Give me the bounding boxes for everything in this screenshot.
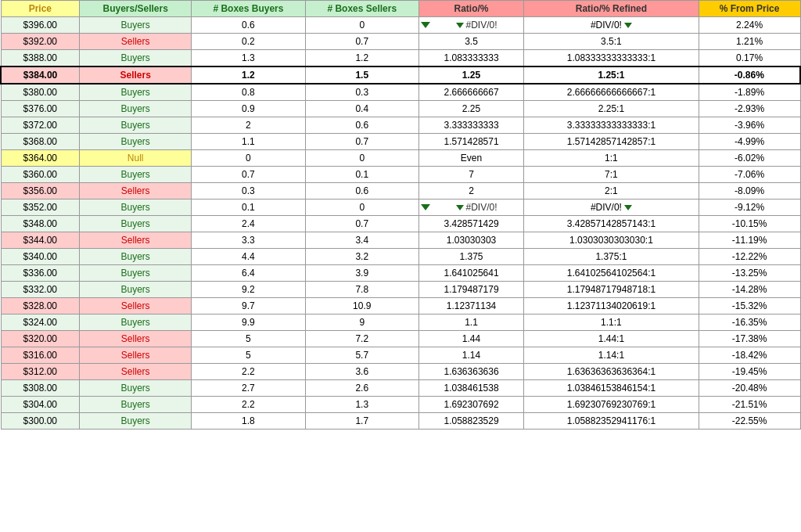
table-row: $316.00Sellers55.71.141.14:1-18.42% xyxy=(1,347,800,364)
ratio-cell: 2 xyxy=(418,183,523,200)
boxes-sellers-cell: 1.3 xyxy=(305,397,418,413)
boxes-buyers-cell: 4.4 xyxy=(192,249,305,265)
price-cell: $308.00 xyxy=(1,380,80,397)
from-price-cell: -21.51% xyxy=(699,397,800,413)
type-cell: Buyers xyxy=(80,380,192,397)
header-row: Price Buyers/Sellers # Boxes Buyers # Bo… xyxy=(1,1,800,17)
type-cell: Sellers xyxy=(80,232,192,249)
ratio-refined-cell: 1.03846153846154:1 xyxy=(524,380,699,397)
ratio-cell: 2.666666667 xyxy=(418,84,523,101)
boxes-sellers-cell: 0.1 xyxy=(305,167,418,183)
header-price: Price xyxy=(1,1,80,17)
ratio-cell: 1.692307692 xyxy=(418,397,523,413)
price-cell: $392.00 xyxy=(1,34,80,50)
from-price-cell: -7.06% xyxy=(699,167,800,183)
header-ratio-refined: Ratio/% Refined xyxy=(524,1,699,17)
type-cell: Buyers xyxy=(80,282,192,298)
ratio-cell: 1.058823529 xyxy=(418,413,523,430)
ratio-cell: 1.641025641 xyxy=(418,265,523,282)
price-cell: $348.00 xyxy=(1,216,80,232)
ratio-refined-cell: 1.25:1 xyxy=(524,66,699,84)
price-cell: $304.00 xyxy=(1,397,80,413)
table-row: $396.00Buyers0.60#DIV/0!#DIV/0!2.24% xyxy=(1,17,800,34)
boxes-sellers-cell: 7.8 xyxy=(305,282,418,298)
boxes-buyers-cell: 3.3 xyxy=(192,232,305,249)
from-price-cell: 1.21% xyxy=(699,34,800,50)
boxes-sellers-cell: 2.6 xyxy=(305,380,418,397)
type-cell: Buyers xyxy=(80,101,192,117)
table-row: $360.00Buyers0.70.177:1-7.06% xyxy=(1,167,800,183)
price-cell: $396.00 xyxy=(1,17,80,34)
boxes-sellers-cell: 1.7 xyxy=(305,413,418,430)
ratio-refined-cell: 3.5:1 xyxy=(524,34,699,50)
type-cell: Buyers xyxy=(80,413,192,430)
price-cell: $352.00 xyxy=(1,200,80,216)
from-price-cell: -18.42% xyxy=(699,347,800,364)
from-price-cell: -22.55% xyxy=(699,413,800,430)
ratio-refined-cell: #DIV/0! xyxy=(524,200,699,216)
boxes-sellers-cell: 0.6 xyxy=(305,183,418,200)
price-cell: $316.00 xyxy=(1,347,80,364)
ratio-cell: 1.03030303 xyxy=(418,232,523,249)
header-boxes-sellers: # Boxes Sellers xyxy=(305,1,418,17)
ratio-refined-cell: 1.44:1 xyxy=(524,331,699,347)
ratio-refined-cell: 1.08333333333333:1 xyxy=(524,50,699,67)
boxes-sellers-cell: 0.7 xyxy=(305,134,418,150)
price-cell: $320.00 xyxy=(1,331,80,347)
table-row: $392.00Sellers0.20.73.53.5:11.21% xyxy=(1,34,800,50)
from-price-cell: -1.89% xyxy=(699,84,800,101)
ratio-cell: 1.375 xyxy=(418,249,523,265)
ratio-cell: 1.571428571 xyxy=(418,134,523,150)
from-price-cell: -12.22% xyxy=(699,249,800,265)
boxes-buyers-cell: 2 xyxy=(192,117,305,134)
ratio-refined-cell: 2.25:1 xyxy=(524,101,699,117)
ratio-refined-cell: 1.0303030303030:1 xyxy=(524,232,699,249)
from-price-cell: -3.96% xyxy=(699,117,800,134)
boxes-buyers-cell: 9.2 xyxy=(192,282,305,298)
boxes-buyers-cell: 1.3 xyxy=(192,50,305,67)
price-cell: $344.00 xyxy=(1,232,80,249)
type-cell: Sellers xyxy=(80,347,192,364)
ratio-refined-cell: 1.05882352941176:1 xyxy=(524,413,699,430)
boxes-sellers-cell: 0 xyxy=(305,17,418,34)
from-price-cell: -14.28% xyxy=(699,282,800,298)
boxes-buyers-cell: 5 xyxy=(192,331,305,347)
header-buyers-sellers: Buyers/Sellers xyxy=(80,1,192,17)
ratio-refined-cell: 2.66666666666667:1 xyxy=(524,84,699,101)
boxes-buyers-cell: 2.7 xyxy=(192,380,305,397)
main-table-container: Price Buyers/Sellers # Boxes Buyers # Bo… xyxy=(0,0,801,430)
boxes-buyers-cell: 0.3 xyxy=(192,183,305,200)
from-price-cell: -4.99% xyxy=(699,134,800,150)
ratio-refined-cell: 1.17948717948718:1 xyxy=(524,282,699,298)
table-row: $340.00Buyers4.43.21.3751.375:1-12.22% xyxy=(1,249,800,265)
ratio-refined-cell: 7:1 xyxy=(524,167,699,183)
table-row: $312.00Sellers2.23.61.6363636361.6363636… xyxy=(1,364,800,380)
table-row: $376.00Buyers0.90.42.252.25:1-2.93% xyxy=(1,101,800,117)
from-price-cell: 2.24% xyxy=(699,17,800,34)
ratio-refined-cell: 1.64102564102564:1 xyxy=(524,265,699,282)
from-price-cell: -17.38% xyxy=(699,331,800,347)
boxes-buyers-cell: 0.9 xyxy=(192,101,305,117)
boxes-buyers-cell: 6.4 xyxy=(192,265,305,282)
boxes-sellers-cell: 3.2 xyxy=(305,249,418,265)
table-row: $388.00Buyers1.31.21.0833333331.08333333… xyxy=(1,50,800,67)
from-price-cell: -20.48% xyxy=(699,380,800,397)
boxes-sellers-cell: 0.3 xyxy=(305,84,418,101)
from-price-cell: -15.32% xyxy=(699,298,800,315)
boxes-buyers-cell: 0 xyxy=(192,150,305,167)
ratio-cell: 3.428571429 xyxy=(418,216,523,232)
from-price-cell: -9.12% xyxy=(699,200,800,216)
ratio-refined-cell: 1.14:1 xyxy=(524,347,699,364)
price-cell: $360.00 xyxy=(1,167,80,183)
type-cell: Sellers xyxy=(80,298,192,315)
table-row: $352.00Buyers0.10#DIV/0!#DIV/0!-9.12% xyxy=(1,200,800,216)
ratio-cell: 3.5 xyxy=(418,34,523,50)
from-price-cell: -6.02% xyxy=(699,150,800,167)
boxes-buyers-cell: 1.2 xyxy=(192,66,305,84)
price-cell: $356.00 xyxy=(1,183,80,200)
table-row: $320.00Sellers57.21.441.44:1-17.38% xyxy=(1,331,800,347)
type-cell: Buyers xyxy=(80,249,192,265)
boxes-sellers-cell: 9 xyxy=(305,315,418,331)
boxes-sellers-cell: 0.7 xyxy=(305,216,418,232)
price-cell: $368.00 xyxy=(1,134,80,150)
